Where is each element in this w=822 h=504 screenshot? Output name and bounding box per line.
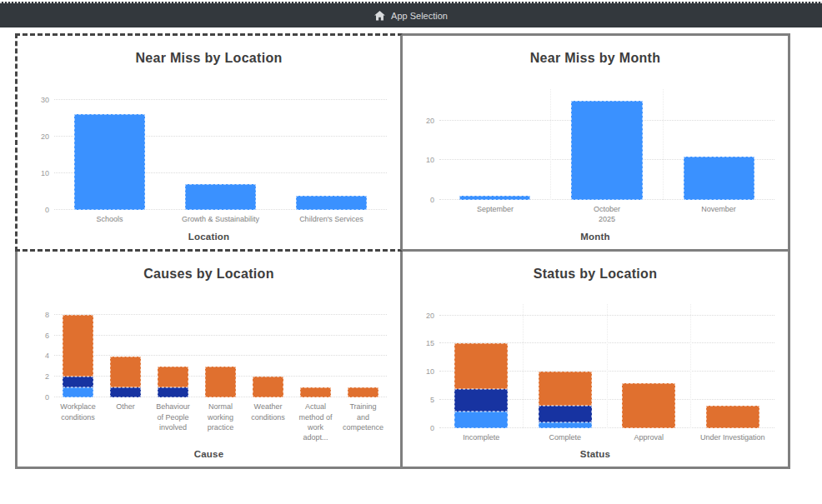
x-category-labels: Workplace conditionsOtherBehaviour of Pe… bbox=[54, 402, 387, 442]
x-axis-title: Cause bbox=[18, 442, 400, 467]
bar[interactable] bbox=[706, 304, 759, 428]
plot-column bbox=[339, 304, 387, 397]
y-tick-label: 10 bbox=[426, 368, 434, 376]
bar-segment[interactable] bbox=[684, 157, 754, 201]
y-tick-label: 30 bbox=[41, 96, 49, 103]
chart-panel-near-miss-by-location[interactable]: Near Miss by Location 0102030 SchoolsGro… bbox=[15, 33, 403, 252]
bar[interactable] bbox=[185, 89, 256, 211]
x-category-labels: SchoolsGrowth & SustainabilityChildren's… bbox=[54, 214, 387, 224]
bar[interactable] bbox=[571, 89, 642, 201]
plot-area: 01020 bbox=[439, 89, 774, 201]
bar[interactable] bbox=[205, 304, 235, 397]
plot-column bbox=[690, 304, 774, 428]
bar[interactable] bbox=[459, 89, 530, 201]
bar-segment[interactable] bbox=[205, 367, 235, 397]
bar-segment[interactable] bbox=[110, 357, 140, 387]
chart-panel-near-miss-by-month[interactable]: Near Miss by Month 01020 SeptemberOctobe… bbox=[403, 33, 790, 252]
bar[interactable] bbox=[300, 304, 330, 397]
bar[interactable] bbox=[253, 304, 283, 397]
category-label: October 2025 bbox=[551, 204, 663, 224]
bar-segment[interactable] bbox=[63, 315, 93, 377]
y-tick-label: 2 bbox=[45, 373, 49, 381]
plot-column bbox=[439, 304, 523, 428]
bar-segment[interactable] bbox=[539, 406, 592, 422]
chart-panel-causes-by-location[interactable]: Causes by Location 02468 Workplace condi… bbox=[15, 252, 403, 470]
category-label: Complete bbox=[524, 432, 608, 442]
bar-segment[interactable] bbox=[459, 196, 530, 200]
plot-columns bbox=[439, 89, 774, 201]
x-category-labels: SeptemberOctober 2025November bbox=[439, 204, 774, 224]
bar-segment[interactable] bbox=[158, 387, 188, 397]
bar-segment[interactable] bbox=[706, 406, 759, 428]
bar-segment[interactable] bbox=[63, 377, 93, 387]
bar[interactable] bbox=[684, 89, 754, 201]
y-tick-label: 10 bbox=[41, 170, 49, 177]
bar-segment[interactable] bbox=[454, 389, 508, 412]
x-axis-title: Month bbox=[403, 225, 788, 249]
bar-segment[interactable] bbox=[74, 114, 145, 210]
plot-column bbox=[102, 304, 149, 397]
bar[interactable] bbox=[110, 304, 140, 397]
plot-columns bbox=[54, 89, 387, 211]
y-tick-label: 6 bbox=[45, 332, 49, 339]
bar-segment[interactable] bbox=[571, 101, 642, 200]
y-tick-label: 8 bbox=[45, 311, 49, 318]
bar-segment[interactable] bbox=[622, 383, 675, 428]
category-label: Approval bbox=[607, 432, 691, 442]
plot-column bbox=[439, 89, 550, 201]
plot-column bbox=[523, 304, 607, 428]
bar-segment[interactable] bbox=[454, 412, 508, 428]
category-label: Growth & Sustainability bbox=[165, 214, 276, 224]
bar-segment[interactable] bbox=[63, 387, 93, 397]
category-label: Normal working practice bbox=[197, 402, 244, 442]
app-selection-button[interactable]: App Selection bbox=[369, 10, 453, 22]
bar[interactable] bbox=[158, 304, 188, 397]
bar-segment[interactable] bbox=[454, 343, 508, 388]
bar[interactable] bbox=[296, 89, 367, 211]
app-selection-label: App Selection bbox=[391, 11, 448, 21]
bar-segment[interactable] bbox=[539, 422, 592, 428]
chart-panel-status-by-location[interactable]: Status by Location 05101520 IncompleteCo… bbox=[403, 252, 790, 470]
category-label: Training and competence bbox=[339, 402, 387, 442]
bar-segment[interactable] bbox=[253, 377, 283, 397]
category-label: Behaviour of People involved bbox=[149, 402, 197, 442]
bar-segment[interactable] bbox=[110, 387, 140, 397]
bar-segment[interactable] bbox=[158, 367, 188, 387]
plot-column bbox=[292, 304, 339, 397]
bar[interactable] bbox=[539, 304, 592, 428]
y-tick-label: 10 bbox=[426, 157, 434, 164]
plot-column bbox=[197, 304, 244, 397]
x-category-labels: IncompleteCompleteApprovalUnder Investig… bbox=[439, 432, 774, 442]
plot-column bbox=[663, 89, 774, 201]
category-label: Children's Services bbox=[276, 214, 387, 224]
category-label: Incomplete bbox=[439, 432, 524, 442]
bar[interactable] bbox=[454, 304, 508, 428]
plot-column bbox=[165, 89, 276, 211]
home-icon bbox=[374, 11, 385, 21]
bar-segment[interactable] bbox=[539, 372, 592, 406]
category-label: Other bbox=[102, 402, 149, 442]
app-header: App Selection bbox=[0, 2, 822, 27]
y-tick-label: 15 bbox=[426, 340, 434, 347]
category-label: Under Investigation bbox=[691, 432, 775, 442]
chart-title: Causes by Location bbox=[18, 262, 400, 283]
bar[interactable] bbox=[348, 304, 378, 397]
bar-segment[interactable] bbox=[348, 387, 378, 397]
category-label: Workplace conditions bbox=[54, 402, 102, 442]
y-tick-label: 0 bbox=[45, 394, 49, 402]
y-tick-label: 5 bbox=[430, 397, 434, 404]
bar-segment[interactable] bbox=[300, 387, 330, 397]
plot-area: 02468 bbox=[54, 304, 387, 397]
plot-column bbox=[54, 304, 102, 397]
category-label: Schools bbox=[54, 214, 165, 224]
bar[interactable] bbox=[63, 304, 93, 397]
plot-column bbox=[550, 89, 662, 201]
bar-segment[interactable] bbox=[185, 184, 256, 210]
plot-column bbox=[149, 304, 197, 397]
chart-title: Near Miss by Location bbox=[18, 47, 400, 67]
dashboard-grid: Near Miss by Location 0102030 SchoolsGro… bbox=[15, 33, 790, 469]
y-tick-label: 20 bbox=[426, 312, 434, 319]
bar[interactable] bbox=[622, 304, 675, 428]
bar[interactable] bbox=[74, 89, 145, 211]
bar-segment[interactable] bbox=[296, 196, 367, 211]
